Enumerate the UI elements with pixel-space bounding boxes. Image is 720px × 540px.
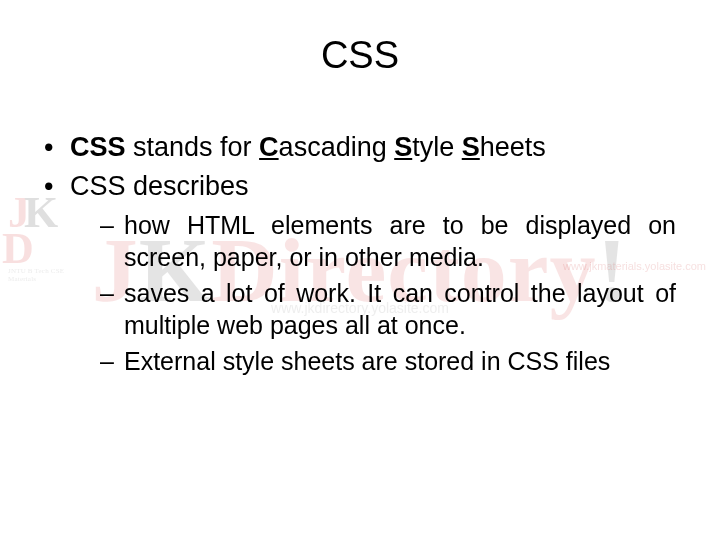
- text-run: S: [394, 132, 412, 162]
- sub-bullet-list: how HTML elements are to be displayed on…: [100, 209, 676, 377]
- sub-bullet-item: External style sheets are stored in CSS …: [100, 345, 676, 377]
- bullet-item: CSS stands for Cascading Style Sheets: [44, 130, 676, 165]
- text-run: CSS describes: [70, 171, 249, 201]
- slide-title: CSS: [0, 34, 720, 77]
- bullet-list: CSS stands for Cascading Style SheetsCSS…: [44, 130, 676, 377]
- text-run: tyle: [412, 132, 462, 162]
- wm-left-j: J: [8, 188, 30, 237]
- text-run: stands for: [126, 132, 260, 162]
- text-run: heets: [480, 132, 546, 162]
- slide-body: CSS stands for Cascading Style SheetsCSS…: [44, 130, 676, 381]
- wm-left-d: D: [2, 231, 34, 266]
- text-run: CSS: [70, 132, 126, 162]
- sub-bullet-item: how HTML elements are to be displayed on…: [100, 209, 676, 273]
- text-run: S: [462, 132, 480, 162]
- slide: JKDirectory! www.jkdirectory.yolasite.co…: [0, 0, 720, 540]
- sub-bullet-item: saves a lot of work. It can control the …: [100, 277, 676, 341]
- text-run: ascading: [279, 132, 395, 162]
- text-run: C: [259, 132, 279, 162]
- bullet-item: CSS describeshow HTML elements are to be…: [44, 169, 676, 378]
